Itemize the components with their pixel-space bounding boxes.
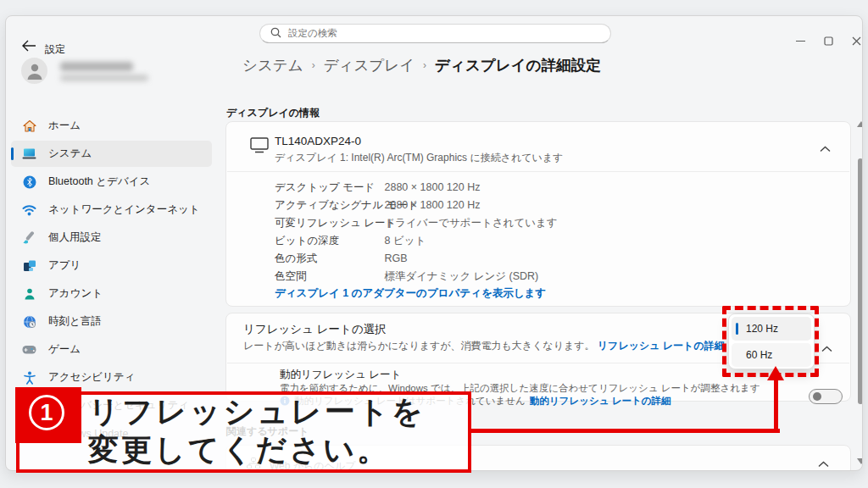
- display-info-card: TL140ADXP24-0 ディスプレイ 1: Intel(R) Arc(TM)…: [225, 121, 851, 307]
- dynamic-refresh-details-link[interactable]: 動的リフレッシュ レートの詳細: [530, 395, 671, 408]
- annotation-text: リフレッシュレートを 変更してください。: [88, 392, 426, 469]
- breadcrumb: システム › ディスプレイ › ディスプレイの詳細設定: [242, 55, 600, 75]
- time-language-icon: [22, 314, 36, 329]
- info-row-color-format: 色の形式 RGB: [275, 252, 408, 266]
- info-label: 色空間: [275, 269, 381, 284]
- info-label: 可変リフレッシュ レート: [275, 216, 381, 230]
- info-row-bit-depth: ビットの深度 8 ビット: [275, 234, 426, 248]
- scrollbar-down-arrow[interactable]: [857, 458, 863, 464]
- sidebar-item-home[interactable]: ホーム: [11, 113, 212, 139]
- info-value: 標準ダイナミック レンジ (SDR): [384, 270, 538, 282]
- maximize-button[interactable]: [818, 33, 838, 48]
- back-button[interactable]: [21, 40, 40, 55]
- sidebar-item-label: アクセシビリティ: [48, 370, 135, 385]
- avatar[interactable]: [21, 58, 47, 84]
- divider: [227, 171, 849, 172]
- info-row-color-space: 色空間 標準ダイナミック レンジ (SDR): [275, 269, 538, 284]
- display-device-connection: ディスプレイ 1: Intel(R) Arc(TM) Graphics に接続さ…: [275, 151, 563, 165]
- scrollbar-up-arrow[interactable]: [857, 121, 863, 127]
- search-icon: [270, 26, 281, 42]
- search-placeholder: 設定の検索: [288, 27, 337, 40]
- breadcrumb-system[interactable]: システム: [242, 55, 303, 75]
- info-value: 8 ビット: [384, 235, 426, 247]
- sidebar-item-accounts[interactable]: アカウント: [11, 280, 212, 307]
- search-input[interactable]: 設定の検索: [259, 24, 611, 43]
- personalization-icon: [22, 230, 36, 245]
- sidebar-item-label: ゲーム: [48, 342, 81, 357]
- collapse-chevron-icon[interactable]: [820, 141, 832, 149]
- adapter-properties-link[interactable]: ディスプレイ 1 のアダプターのプロパティを表示します: [275, 286, 546, 301]
- sidebar-item-bluetooth[interactable]: Bluetooth とデバイス: [11, 169, 212, 195]
- annotation-step-badge: 1: [15, 387, 81, 443]
- gaming-icon: [22, 342, 36, 357]
- annotation-line1: リフレッシュレートを: [88, 392, 426, 430]
- refresh-rate-description: レートが高いほど動きは滑らかになりますが、消費電力も大きくなります。 リフレッシ…: [243, 339, 725, 353]
- accessibility-icon: [22, 370, 36, 385]
- system-icon: [22, 147, 36, 161]
- user-email-blurred: [60, 75, 148, 81]
- info-row-vrr: 可変リフレッシュ レート ドライバーでサポートされています: [275, 216, 558, 230]
- display-info-section-title: ディスプレイの情報: [226, 106, 320, 120]
- user-name-blurred: [60, 62, 133, 71]
- annotation-line2: 変更してください。: [88, 430, 426, 469]
- sidebar-item-label: 個人用設定: [48, 230, 102, 245]
- step-number-circle: 1: [29, 395, 64, 430]
- dynamic-refresh-toggle[interactable]: [809, 389, 843, 404]
- refresh-rate-description-text: レートが高いほど動きは滑らかになりますが、消費電力も大きくなります。: [243, 340, 594, 352]
- info-label: アクティブなシグナル モード: [275, 198, 381, 213]
- refresh-rate-details-link[interactable]: リフレッシュ レートの詳細: [598, 340, 725, 352]
- annotation-arrowhead: [767, 366, 784, 380]
- apps-icon: [22, 258, 36, 273]
- info-row-desktop-mode: デスクトップ モード 2880 × 1800 120 Hz: [275, 180, 480, 195]
- info-label: 色の形式: [275, 252, 381, 266]
- sidebar-item-label: 時刻と言語: [48, 314, 102, 329]
- sidebar-item-label: システム: [48, 147, 92, 161]
- sidebar-item-personalization[interactable]: 個人用設定: [11, 225, 212, 251]
- sidebar-item-gaming[interactable]: ゲーム: [11, 336, 212, 363]
- sidebar-item-apps[interactable]: アプリ: [11, 252, 212, 279]
- sidebar-item-label: Bluetooth とデバイス: [48, 175, 150, 189]
- sidebar-item-label: ホーム: [48, 119, 81, 133]
- toggle-knob: [813, 392, 821, 401]
- info-value: 2880 × 1800 120 Hz: [384, 181, 480, 193]
- sidebar-item-label: アプリ: [48, 258, 81, 273]
- selected-accent-bar: [11, 147, 14, 160]
- scrollbar-thumb[interactable]: [858, 158, 863, 404]
- breadcrumb-display[interactable]: ディスプレイ: [324, 55, 415, 75]
- sidebar-item-system[interactable]: システム: [11, 141, 212, 167]
- info-value: 2880 × 1800 120 Hz: [384, 199, 480, 211]
- info-value: RGB: [384, 252, 407, 264]
- screenshot-stage: 設定 設定の検索 ホーム システム: [0, 0, 868, 488]
- dynamic-refresh-title: 動的リフレッシュ レート: [280, 368, 401, 382]
- home-icon: [22, 119, 36, 133]
- bluetooth-icon: [22, 175, 36, 189]
- info-value: ドライバーでサポートされています: [384, 217, 557, 229]
- page-title: ディスプレイの詳細設定: [435, 55, 600, 75]
- window-title: 設定: [45, 42, 65, 57]
- info-row-active-signal: アクティブなシグナル モード 2880 × 1800 120 Hz: [275, 198, 480, 213]
- minimize-button[interactable]: [790, 33, 810, 48]
- refresh-rate-combobox-chevron-icon[interactable]: [821, 341, 833, 349]
- chevron-right-icon: ›: [312, 59, 315, 71]
- expand-chevron-icon[interactable]: [818, 456, 830, 464]
- network-icon: [22, 202, 36, 217]
- accounts-icon: [22, 286, 36, 301]
- sidebar-item-label: ネットワークとインターネット: [48, 202, 200, 217]
- refresh-rate-title: リフレッシュ レートの選択: [243, 322, 387, 337]
- annotation-connector-horizontal: [468, 429, 780, 433]
- annotation-connector-vertical: [774, 380, 778, 433]
- info-label: ビットの深度: [275, 234, 381, 248]
- display-device-name: TL140ADXP24-0: [275, 135, 361, 147]
- sidebar-item-network[interactable]: ネットワークとインターネット: [11, 197, 212, 223]
- monitor-icon: [250, 137, 269, 157]
- info-label: デスクトップ モード: [275, 180, 381, 195]
- chevron-right-icon: ›: [423, 59, 426, 71]
- sidebar-item-time-language[interactable]: 時刻と言語: [11, 308, 212, 335]
- close-button[interactable]: [846, 33, 863, 48]
- sidebar-item-label: アカウント: [48, 286, 103, 301]
